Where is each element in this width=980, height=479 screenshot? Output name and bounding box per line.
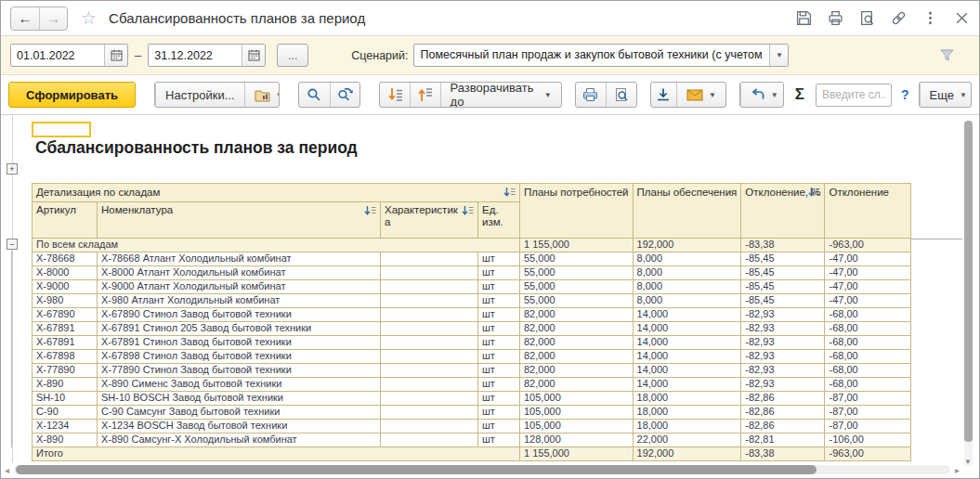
unit-cell[interactable]: шт <box>478 280 520 294</box>
favorite-star-icon[interactable]: ☆ <box>81 7 97 29</box>
nomenclature-cell[interactable]: Х-1234 BOSCH Завод бытовой техники <box>98 420 381 434</box>
back-button[interactable]: ← <box>11 7 39 30</box>
unit-cell[interactable]: шт <box>478 350 520 364</box>
period-more-button[interactable]: ... <box>277 44 308 67</box>
nomenclature-cell[interactable]: Х-78668 Атлант Холодильный комбинат <box>98 252 381 266</box>
row-deviation-pct-cell[interactable]: -85,45 <box>741 280 825 294</box>
article-cell[interactable]: Х-67891 <box>33 336 98 350</box>
sort-icon[interactable] <box>462 206 474 216</box>
nomenclature-cell[interactable]: С-90 Самсунг Завод бытовой техники <box>98 406 381 420</box>
row-supply-cell[interactable]: 18,000 <box>633 420 741 434</box>
date-from-input[interactable] <box>11 45 104 66</box>
scenario-combo[interactable]: Помесячный план продаж и закупок бытовой… <box>413 44 789 67</box>
row-deviation-pct-cell[interactable]: -82,93 <box>741 350 825 364</box>
row-deviation-pct-cell[interactable]: -82,86 <box>741 420 825 434</box>
decoration-button[interactable]: ▼ <box>740 83 784 107</box>
scenario-dropdown-button[interactable]: ▼ <box>769 45 788 66</box>
unit-cell[interactable]: шт <box>478 392 520 406</box>
article-cell[interactable]: Х-890 <box>33 378 98 392</box>
save-file-button[interactable] <box>651 83 676 107</box>
row-deviation-cell[interactable]: -47,00 <box>825 280 911 294</box>
generate-button[interactable]: Сформировать <box>8 82 136 108</box>
row-demand-cell[interactable]: 105,000 <box>520 406 634 420</box>
article-cell[interactable]: Х-980 <box>33 294 98 308</box>
save-icon[interactable] <box>796 10 812 26</box>
vertical-scrollbar[interactable]: ▼ <box>964 121 973 466</box>
row-demand-cell[interactable]: 105,000 <box>520 392 634 406</box>
row-demand-cell[interactable]: 82,000 <box>520 322 634 336</box>
total-row-supply-cell[interactable]: 192,000 <box>633 447 741 461</box>
header-deviation-pct[interactable]: Отклонение, % <box>741 184 825 239</box>
row-deviation-cell[interactable]: -68,00 <box>825 308 911 322</box>
search-button[interactable] <box>299 83 329 107</box>
header-demand[interactable]: Планы потребностей <box>520 184 634 239</box>
group-row-deviation-cell[interactable]: -963,00 <box>825 239 911 252</box>
article-cell[interactable]: Х-67890 <box>33 308 98 322</box>
row-deviation-pct-cell[interactable]: -82,86 <box>741 406 825 420</box>
selected-cell[interactable] <box>32 122 91 137</box>
row-deviation-cell[interactable]: -47,00 <box>825 266 911 280</box>
characteristic-cell[interactable] <box>381 266 478 280</box>
characteristic-cell[interactable] <box>381 280 478 294</box>
nomenclature-cell[interactable]: Х-77890 Стинол Завод бытовой техники <box>98 364 381 378</box>
group-row-deviation-pct-cell[interactable]: -83,38 <box>741 239 825 252</box>
characteristic-cell[interactable] <box>381 420 478 434</box>
row-demand-cell[interactable]: 128,000 <box>520 434 634 447</box>
collapse-groups-button[interactable] <box>410 83 439 107</box>
row-supply-cell[interactable]: 8,000 <box>633 266 741 280</box>
characteristic-cell[interactable] <box>381 294 478 308</box>
print-preview-icon[interactable] <box>859 10 875 26</box>
header-unit[interactable]: Ед. изм. <box>478 202 520 239</box>
row-deviation-cell[interactable]: -106,00 <box>825 434 911 447</box>
nomenclature-cell[interactable]: Х-8000 Атлант Холодильный комбинат <box>98 266 381 280</box>
row-deviation-pct-cell[interactable]: -82,81 <box>741 434 825 447</box>
row-supply-cell[interactable]: 14,000 <box>633 350 741 364</box>
nomenclature-cell[interactable]: Х-67890 Стинол Завод бытовой техники <box>98 308 381 322</box>
row-deviation-cell[interactable]: -87,00 <box>825 406 911 420</box>
nomenclature-cell[interactable]: Х-67898 Стинол Завод бытовой техники <box>98 350 381 364</box>
group-row-label[interactable]: По всем складам <box>33 239 520 252</box>
article-cell[interactable]: Х-78668 <box>33 252 98 266</box>
header-supply[interactable]: Планы обеспечения <box>633 184 741 239</box>
article-cell[interactable]: SH-10 <box>33 392 98 406</box>
row-demand-cell[interactable]: 55,000 <box>520 252 634 266</box>
unit-cell[interactable]: шт <box>478 294 520 308</box>
nomenclature-cell[interactable]: Х-67891 Стинол Завод бытовой техники <box>98 336 381 350</box>
scroll-right-arrow-icon[interactable]: ▸ <box>950 465 960 475</box>
article-cell[interactable]: С-90 <box>33 406 98 420</box>
characteristic-cell[interactable] <box>381 378 478 392</box>
header-detail-group[interactable]: Детализация по складам <box>33 184 520 202</box>
nomenclature-cell[interactable]: Х-890 Самсунг-Х Холодильный комбинат <box>98 434 381 447</box>
forward-button[interactable]: → <box>39 7 67 30</box>
vertical-scrollbar-thumb[interactable] <box>964 121 973 442</box>
filter-funnel-icon[interactable] <box>939 48 955 63</box>
header-deviation[interactable]: Отклонение <box>825 184 911 239</box>
scroll-left-arrow-icon[interactable]: ◂ <box>5 465 14 475</box>
row-supply-cell[interactable]: 14,000 <box>633 308 741 322</box>
print-preview-button[interactable] <box>606 83 636 107</box>
row-demand-cell[interactable]: 82,000 <box>520 350 634 364</box>
send-mail-button[interactable]: ▼ <box>676 83 725 107</box>
header-article[interactable]: Артикул <box>33 202 98 239</box>
row-demand-cell[interactable]: 82,000 <box>520 336 634 350</box>
row-supply-cell[interactable]: 8,000 <box>633 294 741 308</box>
unit-cell[interactable]: шт <box>478 434 520 447</box>
article-cell[interactable]: Х-9000 <box>33 280 98 294</box>
header-nomenclature[interactable]: Номенклатура <box>98 202 381 239</box>
characteristic-cell[interactable] <box>381 392 478 406</box>
row-supply-cell[interactable]: 22,000 <box>633 434 741 447</box>
row-demand-cell[interactable]: 55,000 <box>520 294 634 308</box>
horizontal-scrollbar-track[interactable] <box>14 465 950 474</box>
row-demand-cell[interactable]: 82,000 <box>520 308 634 322</box>
nomenclature-cell[interactable]: Х-9000 Атлант Холодильный комбинат <box>98 280 381 294</box>
row-deviation-pct-cell[interactable]: -82,93 <box>741 378 825 392</box>
row-supply-cell[interactable]: 14,000 <box>633 378 741 392</box>
article-cell[interactable]: Х-77890 <box>33 364 98 378</box>
row-demand-cell[interactable]: 105,000 <box>520 420 634 434</box>
unit-cell[interactable]: шт <box>478 364 520 378</box>
row-demand-cell[interactable]: 55,000 <box>520 280 634 294</box>
row-deviation-pct-cell[interactable]: -82,93 <box>741 308 825 322</box>
link-icon[interactable] <box>891 10 907 26</box>
unit-cell[interactable]: шт <box>478 378 520 392</box>
group-row-demand-cell[interactable]: 1 155,000 <box>520 239 634 252</box>
